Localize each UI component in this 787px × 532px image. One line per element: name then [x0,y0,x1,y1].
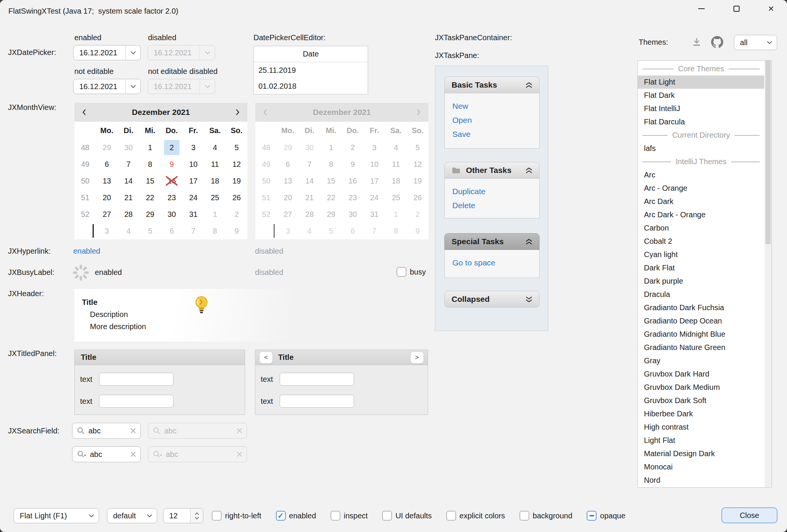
day-cell[interactable]: 22 [139,189,161,206]
day-cell[interactable]: 24 [183,189,204,206]
theme-list-item[interactable]: Flat Darcula [638,115,764,129]
day-cell[interactable]: 1 [204,206,226,223]
task-link[interactable]: Duplicate [452,184,534,198]
maximize-button[interactable] [725,0,748,17]
day-cell[interactable]: 21 [118,189,139,206]
searchfield-enabled[interactable]: abc [72,423,141,439]
theme-list-item[interactable]: Gradianto Midnight Blue [638,328,764,341]
day-cell[interactable]: 6 [96,156,118,173]
text-input[interactable] [280,395,354,408]
hyperlink-enabled[interactable]: enabled [73,247,100,256]
task-link[interactable]: Save [452,127,534,141]
theme-list-item[interactable]: Monocai [638,460,764,474]
date-value[interactable]: 16.12.2021 [74,49,125,57]
day-cell[interactable]: 48 [74,139,96,156]
day-cell[interactable]: 28 [118,206,139,223]
taskpane-header[interactable]: Special Tasks [444,233,540,250]
task-link[interactable]: New [452,99,534,113]
theme-list-item[interactable]: Arc Dark [638,195,764,208]
theme-list-item[interactable]: Gray [638,354,764,367]
theme-list-item[interactable]: Carbon [638,221,764,235]
option-checkbox-group[interactable]: explicit colors [446,511,505,521]
day-cell[interactable]: 49 [74,156,96,173]
theme-list-item[interactable]: Gradianto Dark Fuchsia [638,301,764,314]
day-cell[interactable]: 9 [161,156,183,173]
theme-list-item[interactable]: Arc - Orange [638,182,764,195]
minimize-button[interactable] [689,0,713,17]
checkbox[interactable] [446,511,456,521]
day-cell[interactable]: 30 [118,139,139,156]
day-cell[interactable]: 19 [226,173,247,189]
task-link[interactable]: Go to space [452,256,534,270]
day-cell[interactable]: 6 [161,223,183,239]
day-cell[interactable]: 11 [204,156,226,173]
day-cell[interactable]: 29 [96,139,118,156]
title-next-button[interactable]: > [410,352,424,364]
datepicker-enabled[interactable]: 16.12.2021 [73,45,141,60]
day-cell[interactable]: 3 [96,223,118,239]
theme-list-item[interactable]: High contrast [638,421,764,434]
theme-list-item[interactable]: Gruvbox Dark Hard [638,367,764,381]
day-cell[interactable]: 17 [183,173,204,189]
theme-list-item[interactable]: Arc [638,168,764,182]
day-cell[interactable]: 14 [118,173,139,189]
close-window-button[interactable]: ✕ [759,0,783,17]
title-prev-button[interactable]: < [259,352,273,364]
table-row[interactable]: 01.02.2018 [254,78,368,94]
font-size-value[interactable]: 12 [164,512,190,520]
theme-list-item[interactable]: Dark purple [638,275,764,288]
day-cell[interactable]: 23 [161,189,183,206]
scrollbar-thumb[interactable] [765,61,771,244]
day-cell[interactable]: 12 [226,156,247,173]
theme-list-item[interactable]: Arc Dark - Orange [638,208,764,221]
theme-list-item[interactable]: Flat Dark [638,89,764,102]
day-cell[interactable]: 4 [118,223,139,239]
theme-list-item[interactable]: Flat IntelliJ [638,102,764,115]
day-cell[interactable]: 8 [204,223,226,239]
checkbox[interactable] [382,511,392,521]
theme-list-item[interactable]: lafs [638,142,764,155]
day-cell[interactable]: 25 [204,189,226,206]
theme-list-item[interactable]: Dracula [638,288,764,301]
option-checkbox-group[interactable]: background [519,511,573,521]
day-cell[interactable]: 51 [74,189,96,206]
day-cell[interactable] [74,223,96,239]
search-value[interactable]: abc [88,427,127,435]
theme-list-item[interactable]: Nord [638,474,764,487]
font-size-spinner[interactable]: 12 [163,508,203,523]
taskpane-header[interactable]: Collapsed [444,291,540,308]
day-cell[interactable]: 27 [96,206,118,223]
theme-list-item[interactable]: IntelliJ Themes [638,155,764,168]
day-cell[interactable]: 5 [139,223,161,239]
theme-list-item[interactable]: Gruvbox Dark Soft [638,394,764,407]
next-month-icon[interactable] [228,103,247,122]
scrollbar[interactable] [765,61,771,487]
day-cell[interactable]: 30 [161,206,183,223]
option-checkbox-group[interactable]: enabled [276,511,316,521]
theme-list-item[interactable]: Material Design Dark [638,447,764,460]
day-cell[interactable]: 52 [74,206,96,223]
style-combo[interactable]: default [107,508,157,523]
day-cell[interactable]: 5 [226,139,247,156]
download-icon[interactable] [691,37,702,49]
task-link[interactable]: Open [452,113,534,127]
day-cell[interactable]: 4 [204,139,226,156]
day-cell[interactable]: 9 [226,223,247,239]
table-row[interactable]: 25.11.2019 [254,62,368,78]
day-cell[interactable]: 31 [183,206,204,223]
day-cell[interactable]: 2 [164,140,179,155]
themes-filter-combo[interactable]: all [734,35,777,50]
clear-icon[interactable] [130,451,136,457]
close-button[interactable]: Close [721,507,778,523]
day-cell[interactable]: 3 [183,139,204,156]
text-input[interactable] [280,373,354,386]
busy-checkbox[interactable] [397,267,406,277]
theme-list-item[interactable]: Dark Flat [638,261,764,275]
day-cell[interactable]: 8 [139,156,161,173]
checkbox[interactable] [519,511,529,521]
prev-month-icon[interactable] [74,103,94,122]
day-cell[interactable]: 10 [183,156,204,173]
searchfield-dropdown-enabled[interactable]: abc [72,446,141,462]
day-cell[interactable]: 15 [139,173,161,189]
checkbox[interactable] [212,511,222,521]
